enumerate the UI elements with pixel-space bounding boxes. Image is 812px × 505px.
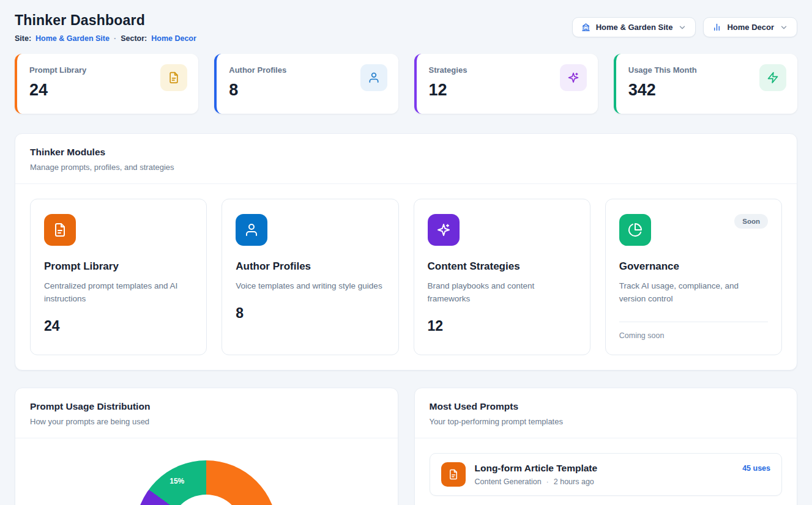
module-title: Content Strategies	[428, 260, 576, 273]
stat-card-usage: Usage This Month 342	[614, 54, 797, 114]
sector-label: Sector:	[121, 34, 147, 43]
lightning-icon	[759, 64, 786, 91]
prompt-item-title: Long-form Article Template	[475, 463, 598, 474]
user-icon	[360, 64, 387, 91]
donut-segment-label: 15%	[169, 477, 184, 485]
sparkle-icon	[560, 64, 587, 91]
sparkle-icon	[428, 214, 460, 246]
stat-card-strategies: Strategies 12	[414, 54, 598, 114]
prompts-header: Most Used Prompts Your top-performing pr…	[415, 388, 797, 438]
usage-header: Prompt Usage Distribution How your promp…	[15, 388, 398, 438]
pie-chart-icon	[619, 214, 651, 246]
modules-subtitle: Manage prompts, profiles, and strategies	[30, 163, 782, 172]
usage-subtitle: How your prompts are being used	[30, 417, 383, 426]
module-description: Voice templates and writing style guides	[236, 280, 382, 293]
chevron-down-icon	[678, 23, 687, 32]
document-icon	[441, 462, 466, 487]
modules-grid: Prompt Library Centralized prompt templa…	[15, 184, 797, 370]
module-description: Brand playbooks and content frameworks	[428, 280, 575, 306]
page-title: Thinker Dashboard	[15, 12, 196, 29]
stat-card-author-profiles: Author Profiles 8	[214, 54, 398, 114]
most-used-prompts-card: Most Used Prompts Your top-performing pr…	[414, 388, 798, 505]
prompt-item-meta: Content Generation · 2 hours ago	[475, 477, 598, 486]
bar-chart-icon	[712, 23, 721, 32]
module-title: Governance	[619, 260, 768, 273]
header-left: Thinker Dashboard Site: Home & Garden Si…	[15, 12, 196, 43]
meta-separator: ·	[114, 34, 116, 43]
prompt-item-text: Long-form Article Template Content Gener…	[475, 463, 598, 486]
module-count: 12	[428, 318, 576, 334]
module-title: Prompt Library	[44, 260, 193, 273]
header-actions: Home & Garden Site Home Decor	[572, 17, 797, 37]
coming-soon-label: Coming soon	[619, 331, 768, 340]
prompts-title: Most Used Prompts	[430, 401, 783, 412]
bottom-row: Prompt Usage Distribution How your promp…	[15, 388, 797, 505]
thinker-modules-panel: Thinker Modules Manage prompts, profiles…	[15, 133, 797, 370]
prompt-usage-card: Prompt Usage Distribution How your promp…	[15, 388, 398, 505]
module-card-prompt-library[interactable]: Prompt Library Centralized prompt templa…	[30, 199, 207, 355]
prompts-subtitle: Your top-performing prompt templates	[430, 417, 783, 426]
document-icon	[160, 64, 187, 91]
module-description: Centralized prompt templates and AI inst…	[44, 280, 191, 306]
usage-title: Prompt Usage Distribution	[30, 401, 383, 412]
prompt-list: Long-form Article Template Content Gener…	[415, 438, 797, 505]
modules-title: Thinker Modules	[30, 147, 782, 158]
uses-count-badge: 45 uses	[742, 464, 770, 473]
module-card-governance[interactable]: Soon Governance Track AI usage, complian…	[605, 199, 782, 355]
module-card-author-profiles[interactable]: Author Profiles Voice templates and writ…	[222, 199, 398, 355]
prompt-timestamp: 2 hours ago	[554, 477, 594, 486]
building-icon	[581, 23, 590, 32]
site-link[interactable]: Home & Garden Site	[35, 34, 110, 43]
site-label: Site:	[15, 34, 31, 43]
stats-row: Prompt Library 24 Author Profiles 8 Stra…	[15, 54, 797, 114]
stat-card-prompt-library: Prompt Library 24	[15, 54, 198, 114]
dashboard-page: Thinker Dashboard Site: Home & Garden Si…	[0, 0, 812, 505]
meta-separator: ·	[546, 477, 549, 486]
user-icon	[236, 214, 267, 246]
divider	[619, 322, 768, 322]
prompt-category: Content Generation	[475, 477, 542, 486]
list-item[interactable]: Long-form Article Template Content Gener…	[430, 453, 783, 496]
sector-dropdown[interactable]: Home Decor	[703, 17, 797, 37]
modules-header: Thinker Modules Manage prompts, profiles…	[15, 134, 797, 184]
breadcrumb: Site: Home & Garden Site · Sector: Home …	[15, 34, 196, 43]
sector-dropdown-label: Home Decor	[727, 23, 774, 32]
module-count: 24	[44, 318, 193, 334]
module-description: Track AI usage, compliance, and version …	[619, 280, 766, 306]
site-dropdown-label: Home & Garden Site	[596, 23, 673, 32]
header: Thinker Dashboard Site: Home & Garden Si…	[15, 12, 797, 43]
site-dropdown[interactable]: Home & Garden Site	[572, 17, 696, 37]
sector-link[interactable]: Home Decor	[151, 34, 196, 43]
module-count: 8	[236, 305, 384, 322]
chevron-down-icon	[780, 23, 788, 32]
document-icon	[44, 214, 76, 246]
usage-donut: 15%	[135, 460, 277, 505]
donut-chart-area: 15%	[15, 438, 398, 505]
module-card-content-strategies[interactable]: Content Strategies Brand playbooks and c…	[414, 199, 590, 355]
soon-badge: Soon	[734, 214, 768, 229]
module-title: Author Profiles	[236, 260, 384, 273]
